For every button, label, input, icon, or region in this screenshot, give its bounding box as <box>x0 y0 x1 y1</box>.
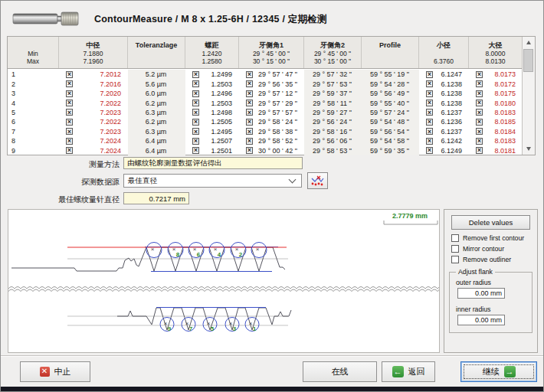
row-checkbox[interactable]: × <box>426 90 433 97</box>
table-row[interactable]: 1×7.20125.2 µm×1.2499×29 ° 57 ' 47 "29 °… <box>8 70 522 79</box>
row-checkbox[interactable]: × <box>476 90 483 97</box>
row-checkbox[interactable]: × <box>192 109 199 116</box>
delete-values-button[interactable]: Delete values <box>451 215 530 230</box>
table-cell: ×1.2495 <box>185 127 239 136</box>
table-row[interactable]: 4×7.20226.2 µm×1.2503×29 ° 57 ' 29 "29 °… <box>8 98 522 107</box>
table-cell: 6.0 µm <box>128 89 185 98</box>
row-checkbox[interactable]: × <box>246 90 253 97</box>
table-cell: ×1.2498 <box>185 108 239 117</box>
option-checkbox[interactable] <box>451 256 459 263</box>
option-checkbox[interactable] <box>451 245 459 253</box>
row-checkbox[interactable]: × <box>192 71 199 78</box>
option-checkbox[interactable] <box>451 234 459 242</box>
table-cell: 9 <box>8 146 59 155</box>
row-checkbox[interactable]: × <box>192 90 199 97</box>
row-checkbox[interactable]: × <box>192 100 199 106</box>
table-scrollbar[interactable] <box>522 37 535 155</box>
inner-radius-input[interactable]: 0.00 mm <box>457 315 505 325</box>
row-checkbox[interactable]: × <box>192 128 199 135</box>
contour-plot[interactable]: 2.7779 mm ××8×6×4×2× ×9×7×5×3×1 <box>8 209 440 353</box>
row-checkbox[interactable]: × <box>246 128 253 135</box>
row-checkbox[interactable]: × <box>66 100 73 106</box>
row-checkbox[interactable]: × <box>66 147 73 154</box>
row-checkbox[interactable]: × <box>426 138 433 145</box>
table-row[interactable]: 5×7.20236.3 µm×1.2498×29 ° 57 ' 57 "29 °… <box>8 108 522 117</box>
table-cell: ×8.0180 <box>469 98 523 107</box>
method-label: 测量方法 <box>1 159 120 170</box>
row-checkbox[interactable]: × <box>476 138 483 145</box>
row-checkbox[interactable]: × <box>192 80 199 87</box>
wire-diameter-field[interactable]: 0.7217 mm <box>123 192 189 204</box>
row-checkbox[interactable]: × <box>192 138 199 145</box>
column-header: 中径7.18807.1960 <box>59 37 128 68</box>
row-checkbox[interactable]: × <box>66 109 73 116</box>
row-checkbox[interactable]: × <box>426 100 433 106</box>
row-checkbox[interactable]: × <box>426 128 433 135</box>
chevron-down-icon <box>289 176 297 184</box>
table-cell: ×6.1238 <box>419 98 469 107</box>
row-checkbox[interactable]: × <box>66 90 73 97</box>
row-checkbox[interactable]: × <box>246 119 253 126</box>
row-checkbox[interactable]: × <box>476 119 483 126</box>
table-cell: ×8.0184 <box>469 127 523 136</box>
cell-value: 6.1238 <box>433 100 469 107</box>
table-cell: ×1.2496 <box>185 89 239 98</box>
method-field[interactable]: 由螺纹轮廓测量数据评估得出 <box>123 157 303 169</box>
table-cell: 5 <box>8 108 59 117</box>
cell-value: 8.0183 <box>483 109 523 116</box>
row-checkbox[interactable]: × <box>246 80 253 87</box>
row-checkbox[interactable]: × <box>66 71 73 78</box>
scroll-down-icon[interactable] <box>523 143 535 155</box>
table-row[interactable]: 6×7.20226.2 µm×1.2505×29 ° 58 ' 24 "29 °… <box>8 117 522 126</box>
online-button[interactable]: 在线 <box>303 361 377 382</box>
row-checkbox[interactable]: × <box>66 128 73 135</box>
row-checkbox[interactable]: × <box>476 128 483 135</box>
abort-button[interactable]: ✕ 中止 <box>20 361 90 382</box>
table-row[interactable]: 8×7.20246.4 µm×1.2507×29 ° 58 ' 52 "29 °… <box>8 136 522 145</box>
table-cell: ×8.0185 <box>469 117 523 126</box>
table-row[interactable]: 2×7.20165.6 µm×1.2503×29 ° 56 ' 35 "29 °… <box>8 79 522 88</box>
scroll-up-icon[interactable] <box>523 37 535 48</box>
row-checkbox[interactable]: × <box>426 71 433 78</box>
arrow-left-icon: ← <box>392 366 404 377</box>
table-cell: ×8.0173 <box>469 70 523 79</box>
cell-value: 5.2 µm <box>128 70 185 78</box>
contour-measure-window: ContourMeasure / M 8 x 1.25-6H / 12345 /… <box>0 0 544 392</box>
row-checkbox[interactable]: × <box>246 109 253 116</box>
row-checkbox[interactable]: × <box>246 138 253 145</box>
scrollbar-thumb[interactable] <box>523 49 533 72</box>
next-button[interactable]: 继续 → <box>460 361 537 382</box>
row-checkbox[interactable]: × <box>426 109 433 116</box>
cell-value: 6.3 µm <box>128 128 185 136</box>
table-cell: ×29 ° 58 ' 38 " <box>239 127 304 136</box>
row-checkbox[interactable]: × <box>426 119 433 126</box>
table-cell: 59 ° 57 ' 24 " <box>362 108 419 117</box>
row-checkbox[interactable]: × <box>246 71 253 78</box>
row-checkbox[interactable]: × <box>476 109 483 116</box>
row-checkbox[interactable]: × <box>246 100 253 106</box>
row-checkbox[interactable]: × <box>476 80 483 87</box>
row-checkbox[interactable]: × <box>66 80 73 87</box>
cell-value: 29 ° 58 ' 16 " <box>304 128 362 136</box>
table-row[interactable]: 7×7.20236.3 µm×1.2495×29 ° 58 ' 38 "29 °… <box>8 127 522 136</box>
row-checkbox[interactable]: × <box>426 80 433 87</box>
outer-radius-input[interactable]: 0.00 mm <box>457 288 505 299</box>
row-checkbox[interactable]: × <box>476 147 483 154</box>
back-button[interactable]: ← 返回 <box>382 361 435 382</box>
row-checkbox[interactable]: × <box>192 147 199 154</box>
row-checkbox[interactable]: × <box>66 119 73 126</box>
outer-radius-label: outer radius <box>456 279 527 286</box>
row-checkbox[interactable]: × <box>476 100 483 106</box>
source-dropdown[interactable]: 最佳直径 <box>123 174 302 188</box>
row-checkbox[interactable]: × <box>426 147 433 154</box>
row-checkbox[interactable]: × <box>66 138 73 145</box>
row-checkbox[interactable]: × <box>246 147 253 154</box>
extract-points-button[interactable] <box>307 172 328 189</box>
cell-value: 1.2496 <box>199 90 239 97</box>
table-row[interactable]: 9×7.20246.4 µm×1.2501×30 ° 00 ' 42 "29 °… <box>8 146 522 155</box>
column-header: MinMax <box>8 37 59 68</box>
row-checkbox[interactable]: × <box>476 71 483 78</box>
row-checkbox[interactable]: × <box>192 119 199 126</box>
table-row[interactable]: 3×7.20206.0 µm×1.2496×29 ° 57 ' 12 "29 °… <box>8 89 522 98</box>
footer-divider <box>1 355 543 357</box>
